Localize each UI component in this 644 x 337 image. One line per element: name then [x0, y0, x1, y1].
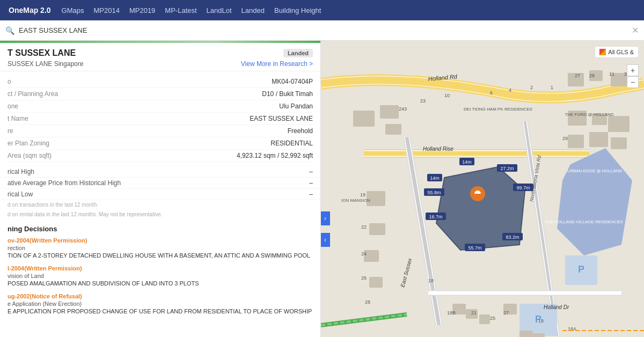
svg-text:29: 29: [562, 136, 568, 141]
svg-text:55.7m: 55.7m: [468, 245, 481, 251]
search-icon: 🔍: [5, 26, 14, 35]
detail-row-planning: ct / Planning Area D10 / Bukit Timah: [8, 88, 313, 100]
nav-landed[interactable]: Landed: [241, 6, 265, 14]
property-title: T SUSSEX LANE: [8, 48, 76, 58]
planning-action-0: rection: [8, 245, 313, 251]
detail-value-zoning: RESIDENTIAL: [270, 140, 313, 147]
details-table: o MK04-07404P ct / Planning Area D10 / B…: [0, 71, 320, 166]
panel-subtitle-row: SUSSEX LANE Singapore View More in Resea…: [8, 60, 313, 68]
svg-rect-2: [380, 105, 399, 119]
hist-low-value: –: [309, 191, 313, 198]
nav-mp2014[interactable]: MP2014: [94, 6, 120, 14]
hist-high-label: rical High: [8, 168, 34, 175]
detail-value-zone: Ulu Pandan: [279, 102, 313, 110]
svg-rect-26: [519, 331, 533, 337]
map-area[interactable]: › ‹ All GLS & + −: [321, 41, 644, 337]
svg-text:19: 19: [360, 192, 365, 197]
hist-relative-label: ative Average Price from Historical High: [8, 179, 121, 187]
panel-header: T SUSSEX LANE Landed SUSSEX LANE Singapo…: [0, 43, 320, 71]
svg-text:6: 6: [490, 90, 493, 96]
main-content: T SUSSEX LANE Landed SUSSEX LANE Singapo…: [0, 41, 644, 337]
svg-text:2: 2: [530, 85, 533, 90]
zoom-controls: + −: [627, 64, 639, 88]
map-container[interactable]: › ‹ All GLS & + −: [321, 41, 644, 337]
svg-text:11: 11: [609, 71, 614, 77]
planning-section-title: ning Decisions: [8, 225, 313, 233]
brand-logo: OneMap 2.0: [9, 6, 51, 14]
svg-text:27: 27: [575, 73, 580, 78]
zoom-in-button[interactable]: +: [627, 64, 639, 76]
svg-text:26: 26: [361, 275, 367, 281]
zoom-out-button[interactable]: −: [627, 76, 639, 88]
hist-relative-value: –: [309, 179, 313, 187]
planning-desc-2: E APPLICATION FOR PROPOSED CHANGE OF USE…: [8, 308, 313, 314]
svg-text:DEI TIONG HAM PK RESIDENCES: DEI TIONG HAM PK RESIDENCES: [464, 107, 532, 112]
svg-text:18: 18: [538, 318, 544, 324]
svg-text:14m: 14m: [462, 159, 472, 165]
hist-low-row: rical Low –: [0, 189, 320, 200]
gls-label: All GLS &: [608, 49, 634, 55]
svg-rect-24: [479, 314, 490, 324]
planning-date-2: ug-2002(Notice of Refusal): [8, 293, 313, 299]
svg-text:24: 24: [361, 251, 367, 257]
svg-text:18: 18: [428, 278, 434, 283]
svg-rect-13: [608, 116, 630, 132]
detail-label-zone: one: [8, 102, 93, 110]
panel-collapse-button[interactable]: ‹: [321, 233, 330, 247]
hist-low-label: rical Low: [8, 191, 33, 198]
clear-search-button[interactable]: ✕: [632, 26, 639, 35]
planning-item-2: ug-2002(Notice of Refusal) e Application…: [8, 293, 313, 314]
detail-value-planning: D10 / Bukit Timah: [262, 90, 313, 98]
detail-label-lot: o: [8, 78, 93, 85]
nav-gmaps[interactable]: GMaps: [62, 6, 84, 14]
detail-value-street: EAST SUSSEX LANE: [250, 115, 313, 122]
landed-badge: Landed: [283, 49, 313, 57]
planning-item-1: l-2004(Written Permission) vision of Lan…: [8, 265, 313, 287]
search-input[interactable]: [19, 26, 627, 34]
planning-action-2: e Application (New Erection): [8, 301, 313, 307]
property-address: SUSSEX LANE Singapore: [8, 60, 83, 68]
planning-desc-0: TION OF A 2-STOREY DETACHED DWELLING HOU…: [8, 252, 313, 259]
hist-high-row: rical High –: [0, 166, 320, 178]
nav-building-height[interactable]: Building Height: [274, 6, 321, 14]
detail-row-zone: one Ulu Pandan: [8, 100, 313, 113]
svg-text:URBAN EDGE @ HOLLAND: URBAN EDGE @ HOLLAND: [567, 169, 622, 173]
svg-text:THE FORD @ HOLLAND: THE FORD @ HOLLAND: [565, 112, 613, 117]
detail-value-lot: MK04-07404P: [272, 78, 313, 85]
detail-value-area: 4,923.12 sqm / 52,992 sqft: [237, 152, 313, 159]
detail-row-zoning: er Plan Zoning RESIDENTIAL: [8, 137, 313, 150]
nav-mp2019[interactable]: MP2019: [129, 6, 155, 14]
detail-label-street: t Name: [8, 115, 93, 122]
detail-value-tenure: Freehold: [288, 127, 313, 135]
svg-rect-15: [589, 132, 608, 147]
gls-icon: [599, 49, 606, 55]
panel-expand-button[interactable]: ›: [321, 211, 330, 225]
svg-rect-1: [353, 111, 375, 127]
svg-text:1: 1: [551, 85, 553, 90]
navbar: OneMap 2.0 GMaps MP2014 MP2019 MP-Latest…: [0, 0, 644, 20]
detail-row-area: Area (sqm sqft) 4,923.12 sqm / 52,992 sq…: [8, 150, 313, 162]
planning-action-1: vision of Land: [8, 273, 313, 279]
svg-text:10: 10: [444, 93, 450, 98]
gls-badge[interactable]: All GLS &: [595, 46, 639, 58]
svg-text:14m: 14m: [430, 175, 440, 181]
research-link[interactable]: View More in Research >: [241, 60, 313, 68]
svg-text:243: 243: [399, 106, 407, 112]
svg-rect-5: [369, 223, 385, 235]
svg-text:THE HOLLAND VILLAGE RESIDENCES: THE HOLLAND VILLAGE RESIDENCES: [545, 219, 623, 224]
detail-row-tenure: re Freehold: [8, 125, 313, 137]
svg-rect-3: [385, 124, 401, 135]
planning-date-0: ov-2004(Written Permission): [8, 237, 313, 244]
svg-text:99.7m: 99.7m: [516, 185, 530, 191]
nav-landlot[interactable]: LandLot: [207, 6, 232, 14]
svg-text:22: 22: [361, 224, 367, 230]
svg-text:Holland Rise: Holland Rise: [423, 146, 453, 152]
svg-text:21: 21: [471, 310, 477, 316]
map-svg[interactable]: P P 14m 14m: [321, 41, 644, 337]
search-bar: 🔍 ✕: [0, 20, 644, 41]
svg-text:P: P: [578, 264, 584, 275]
note-transactions: d on transactions in the last 12 month.: [0, 200, 320, 210]
panel-title-row: T SUSSEX LANE Landed: [8, 48, 313, 58]
svg-rect-27: [533, 333, 545, 337]
nav-mp-latest[interactable]: MP-Latest: [165, 6, 196, 14]
